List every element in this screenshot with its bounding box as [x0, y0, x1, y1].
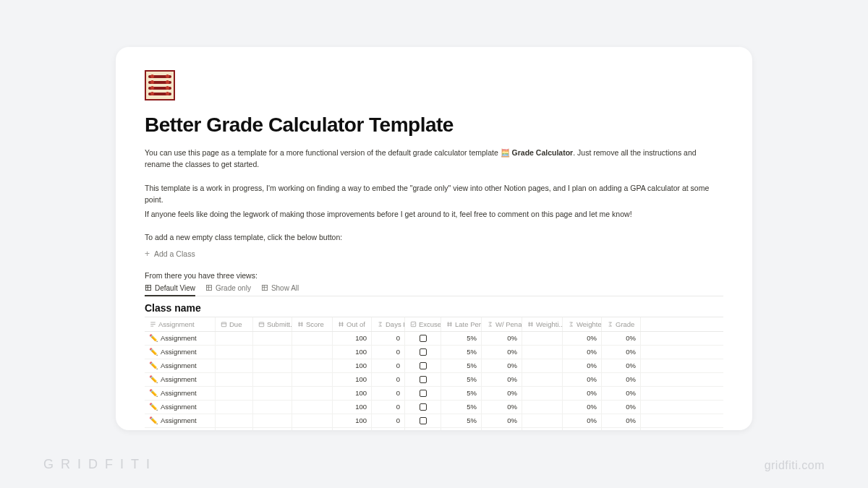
col-score[interactable]: Score [292, 317, 333, 331]
cell-outof[interactable]: 100 [333, 373, 372, 386]
checkbox-unchecked-icon[interactable] [420, 362, 427, 369]
cell-assignment[interactable]: ✏️Assignment [145, 359, 216, 372]
table-row[interactable]: ✏️Assignment10005%0%0%0% [145, 414, 723, 428]
col-outof[interactable]: Out of [333, 317, 372, 331]
cell-score[interactable] [292, 387, 333, 400]
cell-due[interactable] [216, 401, 253, 414]
cell-weighting[interactable] [522, 401, 563, 414]
col-due[interactable]: Due [216, 317, 253, 331]
cell-weighted[interactable]: 0% [563, 332, 602, 345]
cell-grade[interactable]: 0% [602, 414, 641, 427]
cell-assignment[interactable]: ✏️Assignment [145, 332, 216, 345]
cell-due[interactable] [216, 373, 253, 386]
cell-excused[interactable] [405, 428, 441, 430]
cell-due[interactable] [216, 414, 253, 427]
table-row[interactable]: ✏️Assignment10005%0%0%0% [145, 387, 723, 401]
table-row[interactable]: ✏️Assignment10005%0%0%0% [145, 401, 723, 414]
col-wpenalty[interactable]: W/ Penalty [482, 317, 522, 331]
cell-score[interactable] [292, 332, 333, 345]
cell-score[interactable] [292, 414, 333, 427]
cell-dayslate[interactable]: 0 [372, 387, 405, 400]
cell-assignment[interactable]: ✏️Assignment [145, 387, 216, 400]
cell-dayslate[interactable]: 0 [372, 373, 405, 386]
checkbox-unchecked-icon[interactable] [420, 335, 427, 342]
checkbox-unchecked-icon[interactable] [420, 403, 427, 411]
col-weighted[interactable]: Weighted [563, 317, 602, 331]
cell-wpenalty[interactable]: 0% [482, 359, 522, 372]
cell-score[interactable] [292, 401, 333, 414]
cell-weighted[interactable]: 0% [563, 401, 602, 414]
cell-weighted[interactable]: 0% [563, 373, 602, 386]
cell-grade[interactable]: 0% [602, 428, 641, 430]
col-excused[interactable]: Excused [405, 317, 441, 331]
cell-outof[interactable]: 100 [333, 401, 372, 414]
cell-latepen[interactable]: 5% [441, 332, 482, 345]
checkbox-unchecked-icon[interactable] [420, 417, 427, 424]
cell-dayslate[interactable]: 0 [372, 359, 405, 372]
cell-wpenalty[interactable]: 0% [482, 401, 522, 414]
cell-weighted[interactable]: 0% [563, 428, 602, 430]
col-submitted[interactable]: Submitt... [253, 317, 292, 331]
table-row[interactable]: ✏️Assignment10005%0%0%0% [145, 428, 723, 430]
cell-score[interactable] [292, 359, 333, 372]
cell-assignment[interactable]: ✏️Assignment [145, 401, 216, 414]
cell-submitted[interactable] [253, 428, 292, 430]
checkbox-unchecked-icon[interactable] [420, 376, 427, 383]
cell-submitted[interactable] [253, 414, 292, 427]
cell-grade[interactable]: 0% [602, 346, 641, 359]
cell-dayslate[interactable]: 0 [372, 414, 405, 427]
cell-outof[interactable]: 100 [333, 387, 372, 400]
cell-excused[interactable] [405, 414, 441, 427]
cell-weighting[interactable] [522, 359, 563, 372]
table-row[interactable]: ✏️Assignment10005%0%0%0% [145, 359, 723, 373]
cell-wpenalty[interactable]: 0% [482, 332, 522, 345]
page-title[interactable]: Better Grade Calculator Template [145, 114, 723, 137]
cell-outof[interactable]: 100 [333, 346, 372, 359]
cell-wpenalty[interactable]: 0% [482, 387, 522, 400]
cell-due[interactable] [216, 332, 253, 345]
cell-excused[interactable] [405, 332, 441, 345]
cell-excused[interactable] [405, 359, 441, 372]
cell-latepen[interactable]: 5% [441, 373, 482, 386]
col-weighting[interactable]: Weighti... [522, 317, 563, 331]
cell-latepen[interactable]: 5% [441, 401, 482, 414]
cell-weighting[interactable] [522, 346, 563, 359]
cell-due[interactable] [216, 428, 253, 430]
cell-due[interactable] [216, 359, 253, 372]
cell-grade[interactable]: 0% [602, 401, 641, 414]
cell-excused[interactable] [405, 346, 441, 359]
cell-due[interactable] [216, 387, 253, 400]
cell-wpenalty[interactable]: 0% [482, 414, 522, 427]
cell-assignment[interactable]: ✏️Assignment [145, 414, 216, 427]
database-title[interactable]: Class name [145, 302, 723, 314]
cell-submitted[interactable] [253, 359, 292, 372]
cell-grade[interactable]: 0% [602, 359, 641, 372]
table-row[interactable]: ✏️Assignment10005%0%0%0% [145, 373, 723, 387]
cell-weighted[interactable]: 0% [563, 346, 602, 359]
tab-grade-only[interactable]: Grade only [205, 284, 251, 296]
cell-assignment[interactable]: ✏️Assignment [145, 346, 216, 359]
cell-latepen[interactable]: 5% [441, 387, 482, 400]
cell-submitted[interactable] [253, 332, 292, 345]
cell-wpenalty[interactable]: 0% [482, 373, 522, 386]
cell-submitted[interactable] [253, 387, 292, 400]
cell-submitted[interactable] [253, 401, 292, 414]
cell-grade[interactable]: 0% [602, 387, 641, 400]
cell-latepen[interactable]: 5% [441, 414, 482, 427]
cell-excused[interactable] [405, 373, 441, 386]
cell-excused[interactable] [405, 401, 441, 414]
cell-weighting[interactable] [522, 428, 563, 430]
cell-excused[interactable] [405, 387, 441, 400]
cell-assignment[interactable]: ✏️Assignment [145, 373, 216, 386]
cell-wpenalty[interactable]: 0% [482, 428, 522, 430]
col-assignment[interactable]: Assignment [145, 317, 216, 331]
col-latepen[interactable]: Late Pena... [441, 317, 482, 331]
cell-assignment[interactable]: ✏️Assignment [145, 428, 216, 430]
cell-submitted[interactable] [253, 346, 292, 359]
cell-dayslate[interactable]: 0 [372, 428, 405, 430]
cell-dayslate[interactable]: 0 [372, 332, 405, 345]
cell-latepen[interactable]: 5% [441, 359, 482, 372]
cell-outof[interactable]: 100 [333, 428, 372, 430]
cell-grade[interactable]: 0% [602, 332, 641, 345]
col-dayslate[interactable]: Days La... [372, 317, 405, 331]
